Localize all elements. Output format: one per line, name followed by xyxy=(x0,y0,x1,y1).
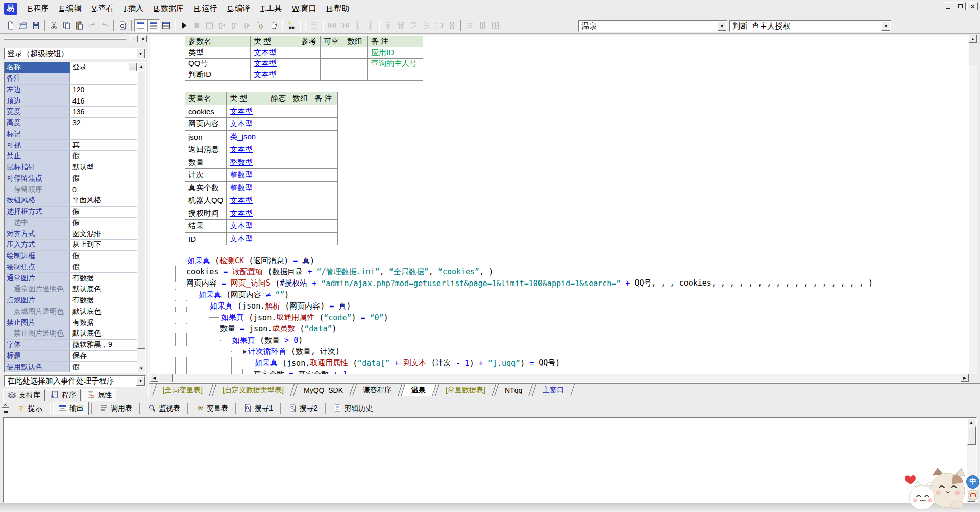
dock-tab-4[interactable]: 变量表 xyxy=(191,402,233,415)
property-grid-scrollbar[interactable]: ▲ ▼ xyxy=(137,62,145,372)
param-table-row-cell-array[interactable] xyxy=(344,47,368,58)
property-row[interactable]: 绘制焦点假 xyxy=(5,262,137,273)
property-row[interactable]: 点燃图片有数据 xyxy=(5,295,137,306)
project-tab-2[interactable]: MyQQ_SDK xyxy=(293,384,354,396)
property-row[interactable]: 名称登录… xyxy=(5,62,137,73)
var-table-row-cell-array[interactable] xyxy=(289,220,311,233)
var-table-row-cell-name[interactable]: 真实个数 xyxy=(185,182,227,194)
var-table-row-cell-array[interactable] xyxy=(289,156,311,169)
type-link[interactable]: 类_json xyxy=(230,132,256,141)
var-table-row[interactable]: 结果文本型 xyxy=(185,220,338,233)
property-value[interactable]: 有数据 xyxy=(70,317,137,328)
property-row[interactable]: 左边120 xyxy=(5,85,137,96)
param-table-row-cell-type[interactable]: 文本型 xyxy=(251,47,298,58)
property-row[interactable]: 按钮风格平面风格 xyxy=(5,195,137,207)
code-line[interactable]: 如果真 (json.取通用属性 (“code”) = “0”) xyxy=(175,312,961,323)
property-row[interactable]: 压入方式从上到下 xyxy=(5,240,137,251)
param-table-row-cell-remark[interactable]: 查询的主人号 xyxy=(368,58,423,69)
property-value[interactable]: 平面风格 xyxy=(70,195,137,206)
var-table-row-cell-static[interactable] xyxy=(267,207,289,220)
var-table-row-cell-remark[interactable] xyxy=(311,156,338,169)
type-link[interactable]: 文本型 xyxy=(254,70,277,79)
var-table-row-cell-static[interactable] xyxy=(267,131,289,143)
var-table-row-cell-remark[interactable] xyxy=(311,220,338,233)
panel-grip[interactable] xyxy=(4,38,126,40)
ellipsis-button[interactable]: … xyxy=(128,63,137,71)
ime-language-badge[interactable]: 中 xyxy=(966,475,979,489)
menu-item-compile[interactable]: C.编译 xyxy=(222,2,255,15)
toolbar-same-size-button[interactable] xyxy=(489,19,502,32)
toolbar-paste-button[interactable] xyxy=(73,19,86,32)
menu-item-insert[interactable]: I.插入 xyxy=(119,2,149,15)
menu-item-help[interactable]: H.帮助 xyxy=(321,2,354,15)
toolbar-space-h-sub-button[interactable] xyxy=(338,19,351,32)
code-block[interactable]: 如果真 (检测CK (返回消息) = 真)cookies = 读配置项 (数据目… xyxy=(175,255,961,380)
var-table-row-cell-static[interactable] xyxy=(267,156,289,169)
param-table-row[interactable]: QQ号文本型查询的主人号 xyxy=(185,58,423,69)
property-value[interactable]: 32 xyxy=(70,118,137,129)
toolbar-redo-button[interactable] xyxy=(86,19,99,32)
type-link[interactable]: 文本型 xyxy=(230,119,253,128)
var-table-row-cell-type[interactable]: 文本型 xyxy=(227,233,267,245)
menu-item-database[interactable]: B.数据库 xyxy=(149,2,189,15)
var-table-row-cell-remark[interactable] xyxy=(311,143,338,156)
code-line[interactable]: 如果真 (数量 > 0) xyxy=(175,335,961,346)
horizontal-scrollbar[interactable]: ◀ ▶ xyxy=(150,374,969,382)
property-row[interactable]: 选择框方式假 xyxy=(5,207,137,218)
code-line[interactable]: cookies = 读配置项 (数据目录 + “/管理数据.ini”, “全局数… xyxy=(175,266,961,277)
project-tab-7[interactable]: 主窗口 xyxy=(532,384,575,396)
var-table-row-cell-type[interactable]: 整数型 xyxy=(227,182,267,194)
scroll-thumb[interactable] xyxy=(137,70,145,349)
type-link[interactable]: 文本型 xyxy=(230,107,253,115)
var-table-row-cell-type[interactable]: 文本型 xyxy=(227,207,267,220)
var-table-row-cell-name[interactable]: 数量 xyxy=(185,156,227,169)
restore-button[interactable] xyxy=(955,2,966,10)
property-value[interactable]: 假 xyxy=(70,207,137,217)
property-value[interactable]: 登录… xyxy=(70,62,137,73)
var-table-row-cell-array[interactable] xyxy=(289,105,311,118)
param-table-row-cell-remark[interactable]: 应用ID xyxy=(368,47,423,58)
property-value[interactable]: 默认型 xyxy=(70,162,137,173)
output-panel[interactable]: ▲ ▼ xyxy=(3,417,977,503)
var-table-row-cell-name[interactable]: 计次 xyxy=(185,169,227,182)
var-table-row[interactable]: 机器人QQ文本型 xyxy=(185,194,338,207)
toolbar-undo-button[interactable] xyxy=(99,19,111,32)
type-link[interactable]: 文本型 xyxy=(254,59,277,67)
toolbar-ide-grid-button[interactable] xyxy=(308,19,321,32)
menu-item-window[interactable]: W.窗口 xyxy=(287,2,322,15)
dock-tab-3[interactable]: 监视表 xyxy=(143,402,185,415)
window-selector-combo[interactable]: 温泉 ▼ xyxy=(578,20,727,32)
project-tab-3[interactable]: 谦容程序 xyxy=(352,384,402,396)
property-row[interactable]: 顶边416 xyxy=(5,95,137,107)
var-table-row[interactable]: 计次整数型 xyxy=(185,169,338,182)
toolbar-space-v-sub-button[interactable] xyxy=(364,19,377,32)
property-value[interactable]: 默认底色 xyxy=(70,306,137,317)
var-table-row-cell-name[interactable]: ID xyxy=(185,233,227,245)
property-value[interactable]: 0 xyxy=(70,184,137,195)
var-table-row-cell-name[interactable]: 机器人QQ xyxy=(185,194,227,207)
var-table-row-cell-type[interactable]: 整数型 xyxy=(227,156,267,169)
property-value[interactable]: 假 xyxy=(70,218,137,228)
type-link[interactable]: 文本型 xyxy=(230,196,253,204)
var-table-row-cell-static[interactable] xyxy=(267,105,289,118)
code-editor-canvas[interactable]: 参数名类 型参考可空数组备 注类型文本型应用IDQQ号文本型查询的主人号判断ID… xyxy=(150,35,969,383)
toolbar-save-button[interactable] xyxy=(30,19,42,32)
toolbar-find-button[interactable] xyxy=(116,19,129,32)
type-link[interactable]: 文本型 xyxy=(254,48,277,57)
object-selector-combo[interactable]: 登录（超级按钮） ▼ xyxy=(4,48,146,59)
property-row[interactable]: 停留顺序0 xyxy=(5,184,137,195)
var-table-row-cell-name[interactable]: cookies xyxy=(185,105,227,118)
var-table-row-cell-remark[interactable] xyxy=(311,131,338,143)
toolbar-breakpoint-button[interactable]: {}* xyxy=(254,19,267,32)
var-table-row[interactable]: cookies文本型 xyxy=(185,105,338,118)
toolbar-space-h-add-button[interactable] xyxy=(326,19,338,32)
project-tab-0[interactable]: [全局变量表] xyxy=(152,384,213,396)
toolbar-new-button[interactable] xyxy=(4,19,17,32)
dock-tab-5[interactable]: 搜寻1 xyxy=(239,402,278,415)
toolbar-open-button[interactable] xyxy=(17,19,30,32)
var-table-row-cell-static[interactable] xyxy=(267,194,289,207)
toolbar-pause-button[interactable] xyxy=(267,19,280,32)
var-table-row-cell-static[interactable] xyxy=(267,233,289,245)
param-table-row-cell-name[interactable]: QQ号 xyxy=(185,58,251,69)
routine-selector-combo[interactable]: 判断_查主人授权 ▼ xyxy=(729,20,891,32)
